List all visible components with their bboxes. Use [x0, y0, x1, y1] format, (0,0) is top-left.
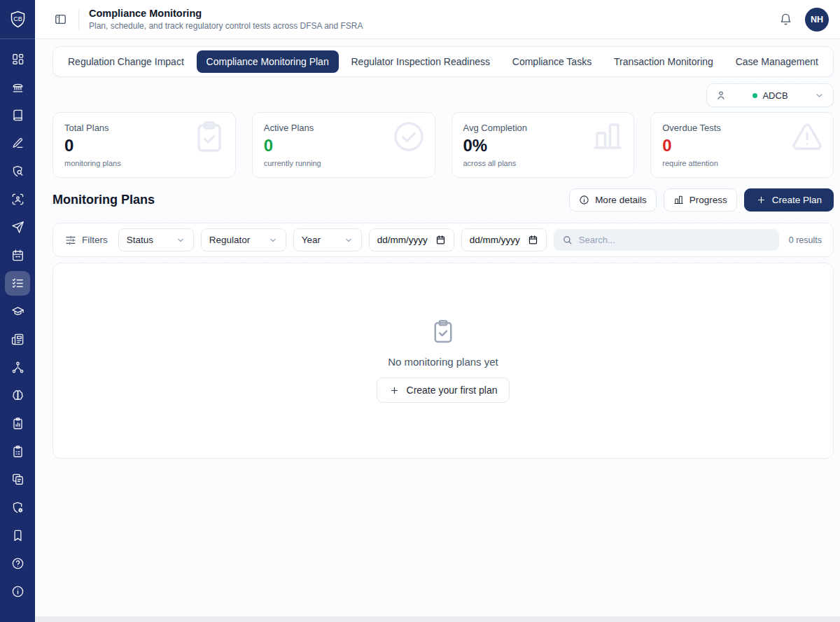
top-bar: Compliance Monitoring Plan, schedule, an… — [35, 0, 840, 39]
pen-signature-icon — [11, 137, 24, 150]
sidebar-item-schedule[interactable] — [5, 243, 30, 268]
plus-icon — [389, 385, 400, 396]
help-circle-icon — [11, 557, 24, 570]
regulator-select-value: Regulator — [209, 235, 251, 245]
date-to-input[interactable]: dd/mm/yyyy — [461, 228, 547, 251]
sidebar-item-institution[interactable] — [5, 75, 30, 99]
app-root: CB — [0, 0, 840, 622]
notifications-button[interactable] — [778, 11, 794, 27]
sidebar-item-help[interactable] — [5, 551, 30, 576]
stat-sublabel: require attention — [662, 159, 822, 167]
sidebar-item-signatures[interactable] — [5, 131, 30, 156]
calendar-icon — [435, 235, 446, 245]
more-details-button[interactable]: More details — [569, 188, 657, 212]
calendar-icon — [528, 235, 538, 245]
sidebar-item-dashboard[interactable] — [5, 47, 30, 71]
sidebar-item-regulations-library[interactable] — [5, 103, 30, 127]
tab-bar: Regulation Change Impact Compliance Moni… — [52, 46, 834, 77]
book-icon — [11, 109, 24, 122]
create-first-plan-button[interactable]: Create your first plan — [377, 378, 510, 403]
sidebar-item-identity-verification[interactable] — [5, 187, 30, 212]
documents-copy-icon — [11, 473, 24, 486]
sidebar-item-documents[interactable] — [5, 467, 30, 492]
year-select[interactable]: Year — [293, 228, 362, 251]
main-column: Compliance Monitoring Plan, schedule, an… — [35, 0, 840, 622]
sidebar-item-news[interactable] — [5, 327, 30, 352]
search-input[interactable] — [579, 235, 771, 245]
regulator-select[interactable]: Regulator — [201, 228, 286, 251]
tab-regulation-change-impact[interactable]: Regulation Change Impact — [58, 50, 194, 73]
status-select-value: Status — [127, 235, 153, 245]
tab-case-management[interactable]: Case Management — [726, 50, 828, 73]
stats-grid: Total Plans 0 monitoring plans Active Pl… — [52, 112, 834, 178]
user-scan-icon — [11, 193, 24, 206]
empty-state-message: No monitoring plans yet — [388, 356, 498, 368]
stat-sublabel: currently running — [264, 159, 424, 167]
user-icon — [715, 90, 727, 101]
sidebar-item-ai-assistant[interactable] — [5, 383, 30, 408]
stat-sublabel: monitoring plans — [64, 159, 224, 167]
tab-transaction-monitoring[interactable]: Transaction Monitoring — [604, 50, 723, 73]
app-logo[interactable]: CB — [0, 0, 35, 39]
chevron-down-icon — [268, 235, 278, 245]
chevron-down-icon — [814, 90, 825, 101]
clipboard-check-icon — [430, 319, 456, 344]
entity-selector[interactable]: ADCB — [706, 83, 834, 107]
top-bar-left: Compliance Monitoring Plan, schedule, an… — [52, 8, 778, 31]
stat-card-overdue-tests: Overdue Tests 0 require attention — [650, 112, 834, 178]
stat-card-avg-completion: Avg Completion 0% across all plans — [451, 112, 635, 178]
avatar[interactable]: NH — [805, 8, 829, 32]
chevron-down-icon — [344, 235, 354, 245]
info-circle-icon — [11, 585, 24, 598]
brain-icon — [11, 389, 24, 402]
sidebar-item-monitoring-plans[interactable] — [5, 271, 30, 296]
entity-status-dot — [752, 93, 757, 98]
sidebar-item-about[interactable] — [5, 579, 30, 604]
sidebar: CB — [0, 0, 35, 622]
progress-button[interactable]: Progress — [664, 188, 737, 212]
empty-state: No monitoring plans yet Create your firs… — [377, 319, 510, 403]
status-select[interactable]: Status — [118, 228, 194, 251]
bank-icon — [11, 81, 24, 94]
top-bar-right: NH — [778, 8, 829, 32]
page-title-block: Compliance Monitoring Plan, schedule, an… — [89, 8, 363, 31]
circle-check-icon — [392, 120, 426, 153]
checklist-icon — [11, 277, 24, 290]
shield-logo-icon: CB — [8, 10, 27, 29]
year-select-value: Year — [302, 235, 321, 245]
stat-card-active-plans: Active Plans 0 currently running — [252, 112, 435, 178]
sidebar-item-submissions[interactable] — [5, 215, 30, 240]
sidebar-item-training[interactable] — [5, 299, 30, 324]
bottom-scrollbar-track[interactable] — [35, 616, 840, 622]
chevron-down-icon — [176, 235, 186, 245]
dashboard-grid-icon — [11, 53, 24, 66]
sidebar-item-bookmarks[interactable] — [5, 523, 30, 548]
graduation-cap-icon — [11, 305, 24, 318]
page-title: Compliance Monitoring — [89, 8, 363, 19]
sidebar-item-security-settings[interactable] — [5, 495, 30, 520]
shield-search-icon — [11, 165, 24, 178]
sidebar-item-org-structure[interactable] — [5, 355, 30, 380]
bar-chart-icon — [591, 120, 624, 153]
search-box — [554, 229, 779, 251]
section-actions: More details Progress Create Plan — [569, 188, 834, 212]
sidebar-item-shield-review[interactable] — [5, 159, 30, 184]
create-plan-label: Create Plan — [772, 195, 822, 205]
tab-compliance-tasks[interactable]: Compliance Tasks — [503, 50, 601, 73]
calendar-icon — [11, 249, 24, 262]
panel-left-icon — [54, 13, 67, 26]
section-title: Monitoring Plans — [52, 193, 155, 207]
sidebar-item-report-analytics[interactable] — [5, 411, 30, 436]
stat-card-total-plans: Total Plans 0 monitoring plans — [52, 112, 236, 178]
svg-text:CB: CB — [13, 15, 22, 22]
sidebar-item-task-checklist[interactable] — [5, 439, 30, 464]
date-from-input[interactable]: dd/mm/yyyy — [369, 228, 454, 251]
create-plan-button[interactable]: Create Plan — [744, 188, 834, 212]
plans-panel: No monitoring plans yet Create your firs… — [52, 263, 834, 459]
filters-label: Filters — [82, 235, 108, 245]
sidebar-toggle-button[interactable] — [52, 11, 69, 27]
clipboard-check-icon — [192, 120, 226, 153]
tab-compliance-monitoring-plan[interactable]: Compliance Monitoring Plan — [197, 50, 339, 73]
tab-regulator-inspection-readiness[interactable]: Regulator Inspection Readiness — [342, 50, 500, 73]
clipboard-chart-icon — [11, 417, 24, 430]
